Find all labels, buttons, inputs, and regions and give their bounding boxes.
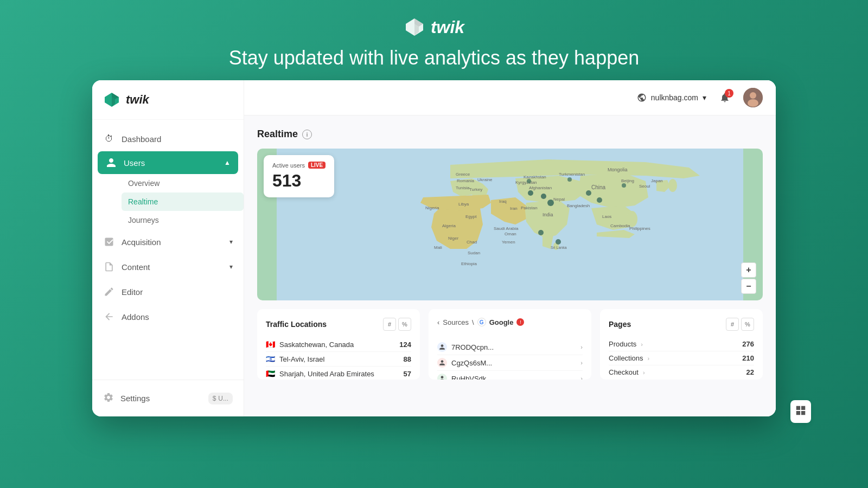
svg-text:Iran: Iran (510, 206, 518, 211)
flag-uae: 🇦🇪 (266, 369, 275, 378)
traffic-row: 🇨🇦 Saskatchewan, Canada 124 (266, 337, 411, 352)
svg-text:Seoul: Seoul (639, 184, 650, 189)
pages-row: Checkout › 22 (609, 365, 754, 379)
sidebar-item-settings[interactable]: Settings $ U... (103, 387, 233, 410)
svg-text:Nepal: Nepal (553, 197, 565, 202)
svg-point-49 (597, 197, 602, 203)
source-row: CgzQs6sM... › (437, 355, 583, 371)
hero-logo: twik (404, 16, 464, 38)
hero-logo-text: twik (431, 17, 464, 37)
traffic-row-left: 🇮🇱 Tel-Aviv, Israel (266, 355, 324, 363)
sidebar-logo-text: twik (126, 93, 149, 107)
content-area: Realtime i (244, 115, 776, 416)
info-icon[interactable]: i (302, 130, 312, 139)
svg-text:Laos: Laos (602, 214, 611, 219)
svg-text:Japan: Japan (651, 178, 663, 183)
sidebar-item-editor[interactable]: Editor (92, 279, 244, 304)
svg-text:Iraq: Iraq (499, 199, 507, 204)
svg-text:Romania: Romania (457, 178, 475, 183)
traffic-locations-card: Traffic Locations # % 🇨🇦 Saskatchewan, C… (257, 309, 420, 380)
svg-text:Bangladesh: Bangladesh (567, 203, 590, 208)
svg-text:Philippines: Philippines (629, 226, 650, 231)
sidebar-item-overview[interactable]: Overview (122, 174, 244, 192)
svg-text:Turkmenistan: Turkmenistan (559, 172, 585, 177)
svg-text:China: China (591, 184, 606, 190)
svg-text:Yemen: Yemen (502, 240, 515, 245)
user-avatar[interactable] (743, 88, 763, 107)
avatar-image (743, 88, 763, 107)
svg-point-45 (547, 200, 554, 206)
content-icon (103, 261, 115, 273)
content-chevron: ▾ (229, 263, 233, 271)
svg-text:Mongolia: Mongolia (608, 167, 628, 172)
settings-label: Settings (120, 394, 150, 403)
hero-section: twik Stay updated with live analytics as… (229, 0, 639, 80)
pages-row-left: Products › (609, 340, 643, 348)
pages-toggle-hash[interactable]: # (726, 318, 739, 331)
svg-point-4 (668, 179, 677, 192)
flag-israel: 🇮🇱 (266, 355, 275, 363)
sidebar-item-realtime[interactable]: Realtime (122, 192, 244, 211)
sidebar-item-content[interactable]: Content ▾ (92, 254, 244, 279)
editor-icon (103, 286, 115, 298)
acquisition-icon (103, 236, 115, 248)
page-value-1: 210 (742, 354, 754, 362)
sidebar-item-addons[interactable]: Addons (92, 304, 244, 329)
settings-icon (103, 392, 114, 404)
sources-back-label[interactable]: Sources (443, 318, 469, 326)
main-content: nulknbag.com ▾ 1 Realtime i (244, 80, 776, 416)
source-chevron-0: › (580, 344, 583, 350)
sidebar: twik ⏱ Dashboard Users ▲ Overview Realti… (92, 80, 244, 416)
svg-text:Mali: Mali (434, 245, 442, 250)
dashboard-label: Dashboard (122, 134, 161, 144)
sidebar-item-journeys[interactable]: Journeys (122, 211, 244, 229)
zoom-in-button[interactable]: + (741, 262, 756, 278)
svg-text:Niger: Niger (448, 236, 458, 241)
svg-point-52 (538, 230, 544, 235)
traffic-toggle-hash[interactable]: # (383, 318, 396, 331)
topbar: nulknbag.com ▾ 1 (244, 80, 776, 115)
settings-badge-text: U... (218, 395, 228, 402)
active-users-card: Active users LIVE 513 (264, 155, 334, 197)
traffic-toggle-group: # % (383, 318, 411, 331)
hero-logo-icon (404, 16, 425, 38)
users-chevron: ▲ (224, 159, 231, 166)
active-users-label: Active users LIVE (272, 162, 326, 169)
svg-text:Cambodia: Cambodia (610, 223, 630, 228)
sources-breadcrumb: ‹ Sources \ G Google ! (437, 318, 524, 326)
traffic-toggle-percent[interactable]: % (398, 318, 411, 331)
zoom-out-button[interactable]: − (741, 279, 756, 294)
location-2: Sharjah, United Arab Emirates (279, 370, 374, 378)
svg-text:Algeria: Algeria (442, 223, 456, 228)
users-icon (105, 157, 117, 169)
app-window: twik ⏱ Dashboard Users ▲ Overview Realti… (92, 80, 776, 416)
sidebar-nav: ⏱ Dashboard Users ▲ Overview Realtime Jo… (92, 120, 244, 380)
page-label-1: Collections (609, 354, 643, 362)
sidebar-item-dashboard[interactable]: ⏱ Dashboard (92, 126, 244, 151)
sidebar-item-users[interactable]: Users ▲ (98, 151, 238, 174)
traffic-locations-header: Traffic Locations # % (266, 318, 411, 331)
svg-point-48 (586, 190, 591, 196)
svg-text:Afghanistan: Afghanistan (529, 185, 552, 190)
page-chevron-0: › (641, 341, 643, 348)
active-users-count: 513 (272, 171, 326, 191)
svg-point-47 (567, 177, 572, 182)
pages-row-left: Collections › (609, 354, 649, 362)
notification-button[interactable]: 1 (715, 88, 735, 107)
source-icon-0 (437, 342, 447, 352)
svg-text:India: India (542, 212, 553, 217)
location-0: Saskatchewan, Canada (279, 341, 354, 349)
map-container: China Mongolia India Afghanistan Pakista… (257, 149, 763, 300)
active-source-label: Google (489, 318, 514, 326)
live-badge: LIVE (308, 162, 326, 169)
domain-selector[interactable]: nulknbag.com ▾ (637, 93, 706, 102)
map-zoom-controls: + − (741, 262, 756, 294)
pages-title: Pages (609, 320, 631, 329)
svg-point-44 (541, 194, 546, 199)
addons-icon (103, 311, 115, 323)
traffic-row: 🇮🇱 Tel-Aviv, Israel 88 (266, 352, 411, 367)
bottom-cards: Traffic Locations # % 🇨🇦 Saskatchewan, C… (257, 309, 763, 380)
dashboard-icon: ⏱ (103, 133, 115, 145)
pages-toggle-percent[interactable]: % (741, 318, 754, 331)
sidebar-item-acquisition[interactable]: Acquisition ▾ (92, 229, 244, 254)
